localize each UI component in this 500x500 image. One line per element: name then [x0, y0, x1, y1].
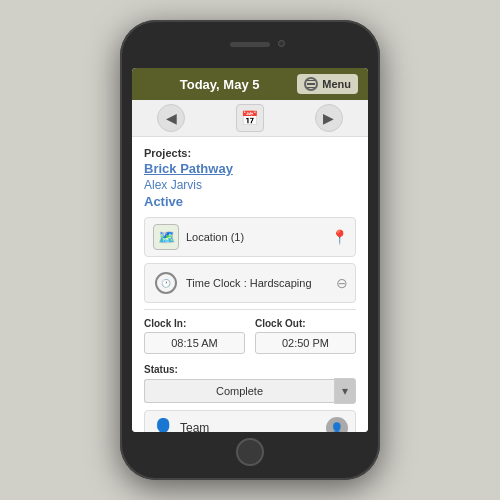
status-row: Complete ▾ — [144, 378, 356, 404]
clock-in-label: Clock In: — [144, 318, 245, 329]
timeclock-label: Time Clock : Hardscaping — [186, 277, 330, 289]
status-section: Status: Complete ▾ — [144, 364, 356, 404]
team-person-icon: 👤 — [152, 417, 174, 432]
header-title: Today, May 5 — [142, 77, 297, 92]
back-arrow-icon: ◀ — [166, 110, 177, 126]
chevron-down-icon: ▾ — [342, 384, 348, 398]
team-label: Team — [180, 421, 320, 432]
home-button[interactable] — [236, 438, 264, 466]
map-icon: 🗺️ — [153, 224, 179, 250]
timeclock-row[interactable]: 🕐 Time Clock : Hardscaping ⊖ — [144, 263, 356, 303]
clock-out-input[interactable] — [255, 332, 356, 354]
menu-icon — [304, 77, 318, 91]
status-dropdown-button[interactable]: ▾ — [334, 378, 356, 404]
project-person: Alex Jarvis — [144, 178, 356, 192]
location-label: Location (1) — [186, 231, 325, 243]
team-add-icon[interactable]: 👤 — [326, 417, 348, 432]
menu-button[interactable]: Menu — [297, 74, 358, 94]
forward-arrow-icon: ▶ — [323, 110, 334, 126]
timeclock-row-icon: 🕐 — [152, 269, 180, 297]
divider — [144, 309, 356, 310]
clock-icon: 🕐 — [155, 272, 177, 294]
phone-device: Today, May 5 Menu ◀ 📅 — [120, 20, 380, 480]
phone-screen: Today, May 5 Menu ◀ 📅 — [132, 68, 368, 432]
clocks-section: Clock In: Clock Out: — [144, 314, 356, 364]
calendar-icon: 📅 — [241, 110, 258, 126]
back-button[interactable]: ◀ — [157, 104, 185, 132]
status-value: Complete — [144, 379, 334, 403]
clock-out-label: Clock Out: — [255, 318, 356, 329]
phone-speaker — [230, 42, 270, 47]
project-name[interactable]: Brick Pathway — [144, 161, 356, 176]
location-row[interactable]: 🗺️ Location (1) 📍 — [144, 217, 356, 257]
project-status: Active — [144, 194, 356, 209]
location-pin-icon: 📍 — [331, 229, 348, 245]
timeclock-remove-icon: ⊖ — [336, 275, 348, 291]
calendar-button[interactable]: 📅 — [236, 104, 264, 132]
header-bar: Today, May 5 Menu — [132, 68, 368, 100]
clock-in-field: Clock In: — [144, 318, 245, 354]
project-section-label: Projects: — [144, 147, 356, 159]
team-person-add-icon: 👤 — [330, 422, 344, 433]
menu-lines-icon — [307, 80, 315, 89]
clock-in-input[interactable] — [144, 332, 245, 354]
menu-label: Menu — [322, 78, 351, 90]
content-area: Projects: Brick Pathway Alex Jarvis Acti… — [132, 137, 368, 432]
phone-shell: Today, May 5 Menu ◀ 📅 — [120, 20, 380, 480]
clocks-row: Clock In: Clock Out: — [144, 318, 356, 354]
status-label: Status: — [144, 364, 356, 375]
team-row[interactable]: 👤 Team 👤 — [144, 410, 356, 432]
phone-camera — [278, 40, 285, 47]
forward-button[interactable]: ▶ — [315, 104, 343, 132]
location-row-icon: 🗺️ — [152, 223, 180, 251]
clock-out-field: Clock Out: — [255, 318, 356, 354]
navigation-row: ◀ 📅 ▶ — [132, 100, 368, 137]
